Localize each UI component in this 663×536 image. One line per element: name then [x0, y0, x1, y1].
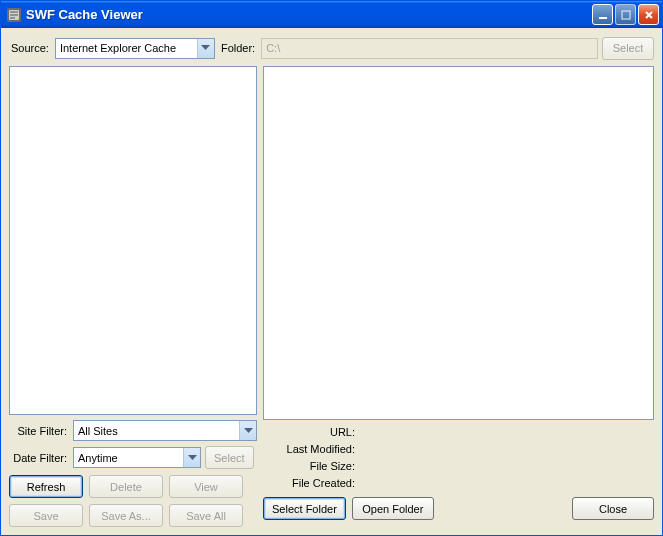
delete-button: Delete — [89, 475, 163, 498]
file-list-panel[interactable] — [9, 66, 257, 415]
source-select[interactable]: Internet Explorer Cache — [55, 38, 215, 59]
folder-label: Folder: — [219, 42, 257, 54]
date-select-button: Select — [205, 446, 254, 469]
source-label: Source: — [9, 42, 51, 54]
site-filter-select[interactable]: All Sites — [73, 420, 257, 441]
save-button: Save — [9, 504, 83, 527]
app-window: SWF Cache Viewer Source: Internet Explor… — [0, 0, 663, 536]
url-label: URL: — [263, 426, 359, 438]
window-title: SWF Cache Viewer — [26, 7, 592, 22]
window-buttons — [592, 4, 659, 25]
open-folder-button[interactable]: Open Folder — [352, 497, 434, 520]
action-row-2: Save Save As... Save All — [9, 504, 257, 527]
app-icon — [6, 7, 22, 23]
size-label: File Size: — [263, 460, 359, 472]
chevron-down-icon — [239, 421, 256, 440]
right-column: URL: Last Modified: File Size: File Crea… — [263, 66, 654, 527]
info-url-row: URL: — [263, 424, 654, 440]
date-filter-value: Anytime — [78, 452, 183, 464]
close-button[interactable]: Close — [572, 497, 654, 520]
maximize-button — [615, 4, 636, 25]
info-created-row: File Created: — [263, 475, 654, 491]
left-column: Site Filter: All Sites Date Filter: Anyt… — [9, 66, 257, 527]
site-filter-label: Site Filter: — [9, 425, 69, 437]
close-window-button[interactable] — [638, 4, 659, 25]
svg-rect-2 — [599, 17, 607, 19]
info-modified-row: Last Modified: — [263, 441, 654, 457]
folder-select-button: Select — [602, 37, 654, 60]
view-button: View — [169, 475, 243, 498]
chevron-down-icon — [197, 39, 214, 58]
date-filter-label: Date Filter: — [9, 452, 69, 464]
date-filter-row: Date Filter: Anytime Select — [9, 446, 257, 469]
folder-input-value: C:\ — [266, 42, 280, 54]
site-filter-value: All Sites — [78, 425, 239, 437]
chevron-down-icon — [183, 448, 200, 467]
created-label: File Created: — [263, 477, 359, 489]
minimize-button[interactable] — [592, 4, 613, 25]
middle-area: Site Filter: All Sites Date Filter: Anyt… — [9, 66, 654, 527]
preview-panel[interactable] — [263, 66, 654, 420]
top-row: Source: Internet Explorer Cache Folder: … — [9, 36, 654, 60]
site-filter-row: Site Filter: All Sites — [9, 419, 257, 442]
save-as-button: Save As... — [89, 504, 163, 527]
titlebar[interactable]: SWF Cache Viewer — [1, 1, 662, 28]
folder-input: C:\ — [261, 38, 598, 59]
svg-rect-3 — [622, 11, 630, 19]
save-all-button: Save All — [169, 504, 243, 527]
info-size-row: File Size: — [263, 458, 654, 474]
action-row-1: Refresh Delete View — [9, 475, 257, 498]
info-area: URL: Last Modified: File Size: File Crea… — [263, 424, 654, 491]
source-select-value: Internet Explorer Cache — [60, 42, 197, 54]
date-filter-select[interactable]: Anytime — [73, 447, 201, 468]
right-bottom-row: Select Folder Open Folder Close — [263, 497, 654, 520]
client-area: Source: Internet Explorer Cache Folder: … — [1, 28, 662, 535]
select-folder-button[interactable]: Select Folder — [263, 497, 346, 520]
refresh-button[interactable]: Refresh — [9, 475, 83, 498]
modified-label: Last Modified: — [263, 443, 359, 455]
